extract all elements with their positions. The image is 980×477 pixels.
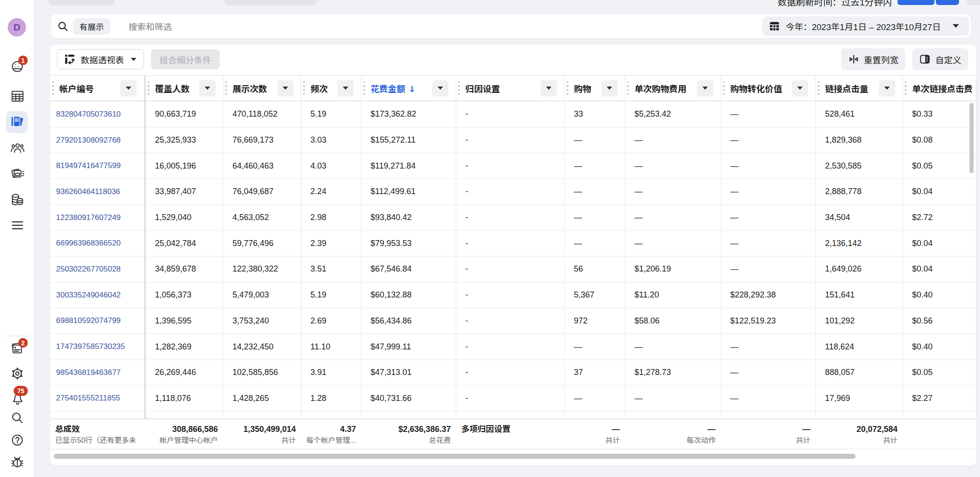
sidebar-item-all-tools[interactable] — [0, 221, 35, 230]
account-id-link[interactable]: 832804705073610 — [56, 110, 121, 119]
cell-value: $0.04 — [912, 239, 933, 248]
column-header-8[interactable]: 单次购物费用 — [625, 76, 721, 101]
sidebar-item-whats-new[interactable] — [0, 60, 35, 73]
cell-value: 3.03 — [310, 135, 326, 145]
filter-chip[interactable]: 有展示 — [73, 18, 110, 35]
drag-handle-icon[interactable] — [303, 82, 305, 95]
column-header-9[interactable]: 购物转化价值 — [721, 76, 816, 101]
account-id-link[interactable]: 275401555211855 — [56, 394, 120, 403]
table-cell: — — [625, 231, 721, 256]
table-cell: — — [625, 179, 721, 205]
drag-handle-icon[interactable] — [818, 82, 820, 95]
avatar[interactable]: D — [8, 18, 26, 36]
pivot-table-button[interactable]: 数据透视表 — [57, 49, 144, 69]
column-menu-button[interactable] — [432, 80, 449, 97]
column-header-4[interactable]: 频次 — [301, 76, 361, 101]
date-range-picker[interactable]: 今年：2023年1月1日 – 2023年10月27日 — [762, 16, 969, 36]
column-menu-button[interactable] — [541, 80, 557, 97]
drag-handle-icon[interactable] — [723, 82, 725, 95]
column-header-3[interactable]: 展示次数 — [223, 76, 301, 101]
reset-column-width-button[interactable]: 重置列宽 — [841, 48, 905, 70]
sidebar-item-ads-reporting[interactable] — [0, 115, 35, 129]
column-header-5[interactable]: 花费金额↓ — [361, 76, 456, 101]
column-header-7[interactable]: 购物 — [565, 76, 625, 101]
drag-handle-icon[interactable] — [148, 82, 150, 95]
account-id-link[interactable]: 1747397585730235 — [56, 342, 125, 351]
drag-handle-icon[interactable] — [225, 82, 227, 95]
column-menu-button[interactable] — [337, 80, 354, 97]
table-cell: — — [625, 334, 721, 359]
drag-handle-icon[interactable] — [363, 82, 365, 95]
column-header-6[interactable]: 归因设置 — [456, 76, 565, 101]
bug-icon — [11, 456, 24, 469]
table-cell: 2,530,585 — [816, 153, 903, 179]
column-menu-button[interactable] — [120, 80, 137, 97]
column-header-label: 帐户编号 — [59, 82, 94, 94]
sidebar-item-settings[interactable] — [0, 367, 35, 380]
column-header-10[interactable]: 链接点击量 — [816, 76, 903, 101]
account-id-link[interactable]: 300335249046042 — [56, 291, 121, 300]
horizontal-scrollbar[interactable] — [54, 454, 856, 459]
cell-value: 25,042,784 — [155, 239, 196, 248]
column-menu-button[interactable] — [879, 80, 895, 97]
drag-handle-icon[interactable] — [458, 82, 460, 95]
sidebar-item-billing[interactable] — [0, 193, 35, 206]
coins-icon — [11, 193, 24, 206]
drag-handle-icon[interactable] — [52, 82, 54, 95]
table-cell: - — [456, 153, 565, 179]
account-id-link[interactable]: 669963968366520 — [56, 239, 121, 248]
secondary-action-button-partial[interactable] — [967, 0, 980, 5]
table-cell: 25,042,784 — [146, 231, 223, 256]
primary-action-button-partial[interactable] — [897, 0, 934, 5]
totals-cell: 4.37每个帐户管理... — [301, 419, 361, 449]
sidebar-item-search[interactable] — [0, 412, 35, 424]
account-id-link[interactable]: 819497416477599 — [56, 161, 121, 170]
sidebar-divider — [6, 336, 29, 336]
column-header-1[interactable]: 帐户编号 — [50, 76, 146, 101]
report-tab-partial-2[interactable] — [225, 0, 316, 5]
account-id-link[interactable]: 122380917607249 — [56, 213, 121, 222]
table-cell: $93,840.42 — [361, 205, 456, 231]
table-cell: 5.19 — [301, 102, 361, 127]
cell-value: $11.20 — [634, 290, 659, 300]
column-menu-button[interactable] — [792, 80, 808, 97]
table-cell: 76,669,173 — [223, 128, 301, 153]
account-id-link[interactable]: 279201308092768 — [56, 136, 121, 145]
drag-handle-icon[interactable] — [905, 82, 907, 95]
totals-cell: —每次动作 — [625, 419, 721, 449]
breakdown-combination-button[interactable]: 组合细分条件 — [151, 49, 220, 69]
vertical-scrollbar[interactable] — [970, 103, 974, 173]
sidebar-item-help[interactable] — [0, 434, 35, 446]
drag-handle-icon[interactable] — [567, 82, 568, 95]
column-menu-button[interactable] — [601, 80, 618, 97]
totals-caption: 共计 — [565, 435, 625, 446]
totals-caption: 共计 — [816, 435, 903, 446]
column-header-11[interactable]: 单次链接点击费 — [903, 76, 976, 101]
column-menu-button[interactable] — [277, 80, 294, 97]
primary-action-button-partial-2[interactable] — [936, 0, 959, 5]
sidebar-item-report-bug[interactable] — [0, 456, 35, 469]
column-menu-button[interactable] — [697, 80, 713, 97]
sidebar-item-audiences[interactable] — [0, 142, 35, 154]
sort-descending-icon: ↓ — [408, 84, 416, 94]
table-cell: — — [625, 153, 721, 179]
customize-button[interactable]: 自定义 — [912, 48, 968, 70]
sidebar-item-news-feed[interactable] — [0, 342, 35, 355]
drag-handle-icon[interactable] — [627, 82, 629, 95]
table-cell: $1,206.19 — [625, 256, 721, 282]
account-id-link[interactable]: 250302267705028 — [56, 265, 121, 274]
table-row: 2754015552118551,118,0761,428,2651.28$40… — [50, 386, 976, 412]
cell-value: 2.24 — [310, 187, 326, 196]
report-tab-partial[interactable] — [48, 0, 114, 5]
cell-value: $1,278.73 — [634, 368, 671, 377]
account-id-link[interactable]: 698810592074799 — [56, 316, 121, 325]
hamburger-icon — [12, 221, 23, 230]
column-header-2[interactable]: 覆盖人数 — [146, 76, 223, 101]
table-cell — [361, 411, 456, 419]
sidebar-item-campaigns[interactable] — [0, 167, 35, 180]
search-input[interactable]: 搜索和筛选 — [129, 20, 172, 32]
sidebar-item-tables[interactable] — [0, 90, 35, 102]
account-id-link[interactable]: 985436819463677 — [56, 368, 121, 377]
account-id-link[interactable]: 936260464118036 — [56, 187, 120, 196]
column-menu-button[interactable] — [199, 80, 216, 97]
